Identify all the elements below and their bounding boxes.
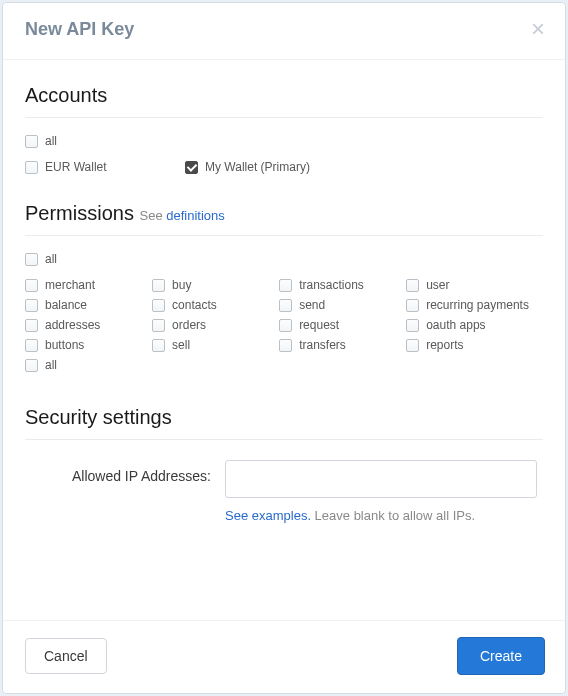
permission-column: buycontactsorderssell	[152, 278, 279, 378]
security-section: Security settings Allowed IP Addresses: …	[25, 406, 543, 523]
allowed-ip-input[interactable]	[225, 460, 537, 498]
checkbox-icon[interactable]	[406, 319, 419, 332]
checkbox-label: all	[45, 358, 57, 372]
checkbox-icon[interactable]	[185, 161, 198, 174]
checkbox-label: buy	[172, 278, 191, 292]
checkbox-icon[interactable]	[152, 279, 165, 292]
checkbox-icon[interactable]	[152, 339, 165, 352]
permissions-section: Permissions See definitions all merchant…	[25, 202, 543, 378]
close-icon[interactable]: ×	[531, 17, 545, 41]
modal-title: New API Key	[25, 19, 134, 40]
checkbox-icon[interactable]	[279, 319, 292, 332]
checkbox-icon[interactable]	[279, 279, 292, 292]
checkbox-icon[interactable]	[152, 299, 165, 312]
checkbox-label: send	[299, 298, 325, 312]
checkbox-label: all	[45, 252, 57, 266]
checkbox-label: EUR Wallet	[45, 160, 107, 174]
checkbox-label: user	[426, 278, 449, 292]
checkbox-label: balance	[45, 298, 87, 312]
permission-checkbox-row[interactable]: sell	[152, 338, 279, 352]
permissions-all-checkbox-row[interactable]: all	[25, 252, 155, 266]
divider	[25, 235, 543, 236]
checkbox-label: recurring payments	[426, 298, 529, 312]
modal-footer: Cancel Create	[3, 620, 565, 693]
permission-checkbox-row[interactable]: contacts	[152, 298, 279, 312]
checkbox-label: reports	[426, 338, 463, 352]
permission-column: userrecurring paymentsoauth appsreports	[406, 278, 543, 378]
checkbox-icon[interactable]	[406, 279, 419, 292]
checkbox-icon[interactable]	[25, 135, 38, 148]
cancel-button[interactable]: Cancel	[25, 638, 107, 674]
checkbox-icon[interactable]	[152, 319, 165, 332]
permission-column: transactionssendrequesttransfers	[279, 278, 406, 378]
checkbox-label: oauth apps	[426, 318, 485, 332]
checkbox-label: buttons	[45, 338, 84, 352]
permission-checkbox-row[interactable]: transactions	[279, 278, 406, 292]
accounts-heading: Accounts	[25, 84, 543, 107]
account-checkbox-row[interactable]: EUR Wallet	[25, 160, 185, 174]
checkbox-label: transactions	[299, 278, 364, 292]
permission-checkbox-row[interactable]: orders	[152, 318, 279, 332]
checkbox-label: merchant	[45, 278, 95, 292]
checkbox-label: sell	[172, 338, 190, 352]
permission-checkbox-row[interactable]: user	[406, 278, 543, 292]
modal-header: New API Key ×	[3, 3, 565, 60]
permission-column: merchantbalanceaddressesbuttonsall	[25, 278, 152, 378]
checkbox-label: orders	[172, 318, 206, 332]
permission-checkbox-row[interactable]: send	[279, 298, 406, 312]
checkbox-icon[interactable]	[279, 299, 292, 312]
checkbox-label: all	[45, 134, 57, 148]
permission-checkbox-row[interactable]: transfers	[279, 338, 406, 352]
permission-checkbox-row[interactable]: all	[25, 358, 152, 372]
checkbox-icon[interactable]	[25, 319, 38, 332]
checkbox-icon[interactable]	[406, 339, 419, 352]
checkbox-icon[interactable]	[25, 253, 38, 266]
definitions-link[interactable]: definitions	[166, 208, 225, 223]
checkbox-label: transfers	[299, 338, 346, 352]
security-heading: Security settings	[25, 406, 543, 429]
permissions-see-text: See	[139, 208, 166, 223]
checkbox-label: request	[299, 318, 339, 332]
accounts-section: Accounts all EUR WalletMy Wallet (Primar…	[25, 84, 543, 180]
checkbox-label: My Wallet (Primary)	[205, 160, 310, 174]
checkbox-icon[interactable]	[25, 359, 38, 372]
permission-checkbox-row[interactable]: merchant	[25, 278, 152, 292]
divider	[25, 117, 543, 118]
see-examples-link[interactable]: See examples.	[225, 508, 311, 523]
allowed-ip-label: Allowed IP Addresses:	[25, 460, 225, 484]
permissions-heading: Permissions See definitions	[25, 202, 543, 225]
permission-checkbox-row[interactable]: balance	[25, 298, 152, 312]
permission-checkbox-row[interactable]: recurring payments	[406, 298, 543, 312]
checkbox-icon[interactable]	[25, 339, 38, 352]
permission-checkbox-row[interactable]: addresses	[25, 318, 152, 332]
checkbox-label: contacts	[172, 298, 217, 312]
checkbox-icon[interactable]	[25, 161, 38, 174]
permission-checkbox-row[interactable]: request	[279, 318, 406, 332]
permission-checkbox-row[interactable]: buy	[152, 278, 279, 292]
account-checkbox-row[interactable]: My Wallet (Primary)	[185, 160, 345, 174]
accounts-all-checkbox-row[interactable]: all	[25, 134, 155, 148]
new-api-key-modal: New API Key × Accounts all EUR WalletMy …	[2, 2, 566, 694]
permission-checkbox-row[interactable]: oauth apps	[406, 318, 543, 332]
checkbox-icon[interactable]	[25, 279, 38, 292]
create-button[interactable]: Create	[457, 637, 545, 675]
divider	[25, 439, 543, 440]
checkbox-icon[interactable]	[406, 299, 419, 312]
checkbox-icon[interactable]	[25, 299, 38, 312]
permission-checkbox-row[interactable]: reports	[406, 338, 543, 352]
checkbox-icon[interactable]	[279, 339, 292, 352]
modal-body: Accounts all EUR WalletMy Wallet (Primar…	[3, 60, 565, 588]
ip-hint: See examples. Leave blank to allow all I…	[25, 508, 543, 523]
checkbox-label: addresses	[45, 318, 100, 332]
ip-hint-text: Leave blank to allow all IPs.	[311, 508, 475, 523]
permission-checkbox-row[interactable]: buttons	[25, 338, 152, 352]
